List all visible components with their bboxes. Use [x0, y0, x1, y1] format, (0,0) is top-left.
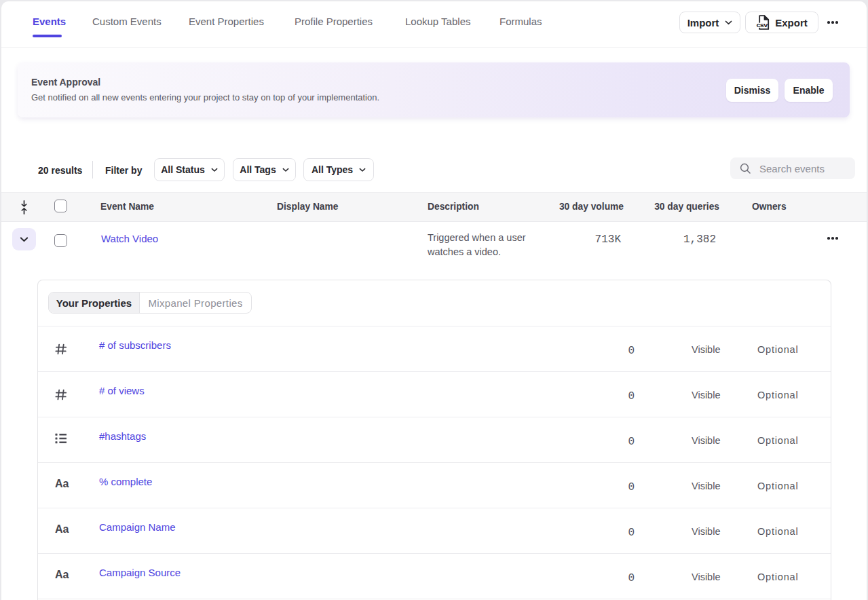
svg-text:csv: csv	[757, 22, 769, 29]
